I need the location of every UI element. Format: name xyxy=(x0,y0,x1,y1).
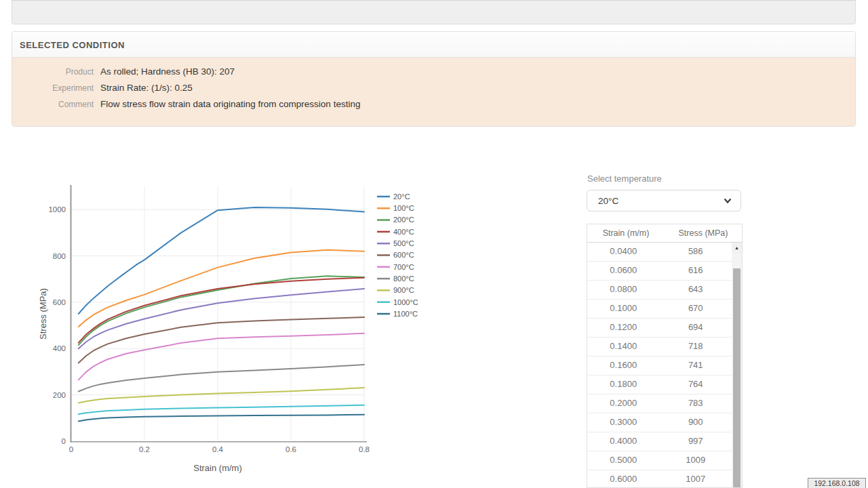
condition-row-experiment: Experiment Strain Rate: (1/s): 0.25 xyxy=(12,83,855,99)
stress-cell: 616 xyxy=(660,262,732,280)
legend-label-1000°C: 1000°C xyxy=(393,298,418,306)
experiment-value: Strain Rate: (1/s): 0.25 xyxy=(100,83,193,93)
stress-cell: 1009 xyxy=(660,451,732,470)
chart-grid xyxy=(72,186,364,441)
table-row[interactable]: 0.50001009 xyxy=(587,451,732,470)
legend-label-600°C: 600°C xyxy=(393,251,414,259)
y-tick-label: 600 xyxy=(53,298,66,306)
stress-cell: 783 xyxy=(660,394,732,413)
chart-canvas: 0200400600800100000.20.40.60.8Strain (m/… xyxy=(0,169,570,488)
strain-cell: 0.1400 xyxy=(587,338,660,356)
strain-cell: 0.3000 xyxy=(587,413,660,432)
table-scrollbar[interactable]: ▲ xyxy=(732,243,742,487)
x-tick-label: 0.4 xyxy=(212,445,224,453)
series-line-800°C xyxy=(79,365,364,392)
y-tick-label: 1000 xyxy=(48,205,66,214)
selected-condition-header: SELECTED CONDITION xyxy=(12,32,855,58)
table-header-row: Strain (m/m) Stress (MPa) xyxy=(587,224,742,243)
table-row[interactable]: 0.3000900 xyxy=(587,413,732,432)
x-tick-label: 0.2 xyxy=(139,445,150,453)
x-tick-label: 0.6 xyxy=(285,445,296,453)
y-tick-label: 400 xyxy=(53,344,66,352)
series-line-600°C xyxy=(79,317,364,363)
chevron-down-icon xyxy=(723,196,732,205)
series-line-1000°C xyxy=(79,405,364,414)
y-axis-title: Stress (MPa) xyxy=(38,288,48,340)
x-tick-label: 0 xyxy=(69,445,73,453)
legend-label-700°C: 700°C xyxy=(393,263,414,271)
temperature-select-value: 20°C xyxy=(598,196,723,206)
table-row[interactable]: 0.0400586 xyxy=(587,243,732,262)
table-row[interactable]: 0.1400718 xyxy=(587,338,732,357)
series-line-900°C xyxy=(79,388,364,403)
legend-label-900°C: 900°C xyxy=(393,286,414,294)
strain-cell: 0.6000 xyxy=(587,470,660,488)
remote-ip-text: 192.168.0.108 xyxy=(814,479,859,487)
strain-cell: 0.5000 xyxy=(587,451,660,470)
scrollbar-thumb[interactable] xyxy=(733,268,741,487)
chart-axes xyxy=(71,185,368,443)
stress-cell: 694 xyxy=(660,319,732,337)
series-line-20°C xyxy=(79,207,364,314)
table-row[interactable]: 0.1000670 xyxy=(587,300,732,319)
scroll-up-button[interactable]: ▲ xyxy=(732,243,742,253)
table-row[interactable]: 0.0800643 xyxy=(587,281,732,300)
legend-label-100°C: 100°C xyxy=(393,204,414,212)
selected-condition-body: Product As rolled; Hardness (HB 30): 207… xyxy=(12,58,855,126)
table-body: 0.04005860.06006160.08006430.10006700.12… xyxy=(587,243,732,488)
legend-label-800°C: 800°C xyxy=(393,274,414,283)
y-tick-label: 200 xyxy=(53,391,66,399)
collapsed-panel-fragment xyxy=(12,0,856,24)
y-tick-label: 0 xyxy=(62,437,66,445)
stress-cell: 586 xyxy=(660,243,732,261)
legend-label-400°C: 400°C xyxy=(393,228,414,236)
stress-cell: 670 xyxy=(660,300,732,318)
legend-label-500°C: 500°C xyxy=(393,239,414,247)
section-title: SELECTED CONDITION xyxy=(20,40,125,50)
selected-condition-card: SELECTED CONDITION Product As rolled; Ha… xyxy=(12,31,856,127)
strain-cell: 0.2000 xyxy=(587,394,660,413)
table-row[interactable]: 0.0600616 xyxy=(587,262,732,281)
strain-column-header: Strain (m/m) xyxy=(587,224,665,242)
chart-legend: 20°C100°C200°C400°C500°C600°C700°C800°C9… xyxy=(377,192,418,318)
x-tick-label: 0.8 xyxy=(359,445,370,453)
strain-cell: 0.1800 xyxy=(587,375,660,394)
experiment-label: Experiment xyxy=(12,83,94,93)
stress-strain-table: Strain (m/m) Stress (MPa) 0.04005860.060… xyxy=(587,224,743,488)
strain-cell: 0.1200 xyxy=(587,319,660,337)
strain-cell: 0.0600 xyxy=(587,262,660,280)
series-line-400°C xyxy=(79,278,364,343)
stress-cell: 900 xyxy=(660,413,732,432)
temperature-select-label: Select temperature xyxy=(587,174,662,184)
strain-cell: 0.1600 xyxy=(587,357,660,375)
legend-label-1100°C: 1100°C xyxy=(393,310,418,318)
comment-label: Comment xyxy=(12,100,94,109)
page: SELECTED CONDITION Product As rolled; Ha… xyxy=(0,0,868,488)
stress-cell: 741 xyxy=(660,357,732,375)
stress-column-header: Stress (MPa) xyxy=(665,224,742,242)
stress-cell: 764 xyxy=(660,375,732,394)
product-value: As rolled; Hardness (HB 30): 207 xyxy=(100,66,235,77)
series-line-1100°C xyxy=(79,415,364,422)
chart-series xyxy=(79,207,364,421)
x-axis-title: Strain (m/m) xyxy=(193,463,242,473)
strain-cell: 0.0800 xyxy=(587,281,660,299)
stress-cell: 718 xyxy=(660,338,732,356)
remote-ip-overlay: 192.168.0.108 xyxy=(808,478,866,488)
table-row[interactable]: 0.2000783 xyxy=(587,394,732,413)
strain-cell: 0.0400 xyxy=(587,243,660,261)
condition-row-comment: Comment Flow stress flow strain data ori… xyxy=(12,99,855,115)
legend-label-200°C: 200°C xyxy=(393,216,414,224)
table-row[interactable]: 0.60001007 xyxy=(587,470,732,488)
stress-cell: 997 xyxy=(660,432,732,451)
table-row[interactable]: 0.1600741 xyxy=(587,357,732,375)
legend-label-20°C: 20°C xyxy=(393,192,410,201)
stress-cell: 1007 xyxy=(660,470,732,488)
temperature-select[interactable]: 20°C xyxy=(587,190,741,211)
condition-row-product: Product As rolled; Hardness (HB 30): 207 xyxy=(12,66,855,83)
table-row[interactable]: 0.1200694 xyxy=(587,319,732,338)
table-row[interactable]: 0.1800764 xyxy=(587,375,732,394)
table-row[interactable]: 0.4000997 xyxy=(587,432,732,451)
stress-cell: 643 xyxy=(660,281,732,299)
strain-cell: 0.1000 xyxy=(587,300,660,318)
